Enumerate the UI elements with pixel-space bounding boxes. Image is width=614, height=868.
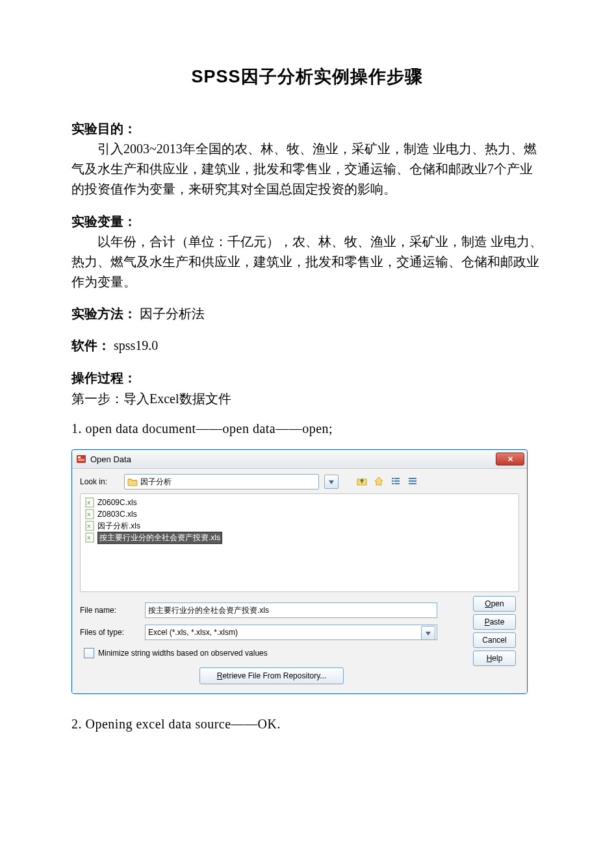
svg-rect-13 [409, 483, 416, 484]
chevron-down-icon [329, 477, 334, 486]
svg-rect-10 [394, 483, 400, 484]
filetype-dropdown[interactable]: Excel (*.xls, *.xlsx, *.xlsm) [145, 625, 437, 640]
list-item-selected[interactable]: X 按主要行业分的全社会资产投资.xls [84, 532, 515, 543]
spss-app-icon [76, 454, 86, 464]
filename-value: 按主要行业分的全社会资产投资.xls [148, 605, 269, 616]
file-name: 因子分析.xls [97, 521, 140, 532]
software-value: spss19.0 [114, 338, 158, 353]
page-title: SPSS因子分析实例操作步骤 [71, 65, 543, 88]
method-value: 因子分析法 [140, 306, 205, 321]
lookin-dropdown[interactable]: 因子分析 [124, 474, 319, 490]
folder-icon [127, 477, 138, 486]
details-icon [390, 476, 401, 488]
svg-rect-9 [392, 483, 394, 484]
list-view-button[interactable] [406, 475, 419, 488]
excel-file-icon: X [84, 509, 95, 519]
lookin-label: Look in: [80, 477, 119, 486]
step1-instruction: 1. open data document——open data——open; [71, 418, 543, 439]
chevron-down-icon [426, 628, 431, 638]
svg-rect-11 [409, 478, 416, 479]
lookin-dropdown-button[interactable] [324, 475, 339, 489]
dialog-titlebar[interactable]: Open Data ✕ [72, 450, 527, 469]
home-icon [374, 476, 384, 488]
retrieve-repository-button[interactable]: Retrieve File From Repository... [199, 667, 344, 684]
paste-button[interactable]: Paste [473, 614, 516, 630]
svg-rect-12 [409, 480, 416, 482]
home-button[interactable] [372, 475, 385, 488]
file-name: Z0803C.xls [97, 510, 137, 519]
step2-instruction: 2. Opening excel data source——OK. [71, 713, 543, 734]
filename-label: File name: [80, 606, 138, 615]
file-name: Z0609C.xls [97, 498, 137, 507]
heading-purpose: 实验目的： [71, 121, 136, 136]
open-button[interactable]: Open [473, 596, 516, 612]
svg-text:X: X [87, 512, 91, 517]
filetype-label: Files of type: [80, 628, 138, 637]
file-list[interactable]: X Z0609C.xls X Z0803C.xls X 因子分析.xls X 按… [80, 493, 519, 592]
filetype-value: Excel (*.xls, *.xlsx, *.xlsm) [148, 628, 238, 637]
up-folder-button[interactable] [355, 475, 368, 488]
cancel-button[interactable]: Cancel [473, 632, 516, 648]
svg-rect-5 [392, 478, 394, 479]
step1-heading: 第一步：导入Excel数据文件 [71, 388, 543, 409]
purpose-text: 引入2003~2013年全国的农、林、牧、渔业，采矿业，制造 业电力、热力、燃气… [71, 139, 543, 199]
variables-text: 以年份，合计（单位：千亿元），农、林、牧、渔业，采矿业，制造 业电力、热力、燃气… [71, 232, 543, 292]
open-data-dialog: Open Data ✕ Look in: 因子分析 [71, 449, 528, 694]
svg-text:X: X [87, 523, 91, 529]
help-button[interactable]: Help [473, 651, 516, 666]
excel-file-icon: X [84, 497, 95, 508]
up-folder-icon [357, 476, 367, 488]
svg-rect-8 [394, 480, 400, 482]
minimize-checkbox[interactable] [84, 648, 94, 658]
close-button[interactable]: ✕ [496, 453, 524, 465]
svg-text:X: X [87, 535, 91, 541]
minimize-label: Minimize string widths based on observed… [98, 649, 268, 658]
svg-rect-3 [78, 460, 84, 461]
repo-btn-rest: etrieve File From Repository... [222, 671, 326, 680]
file-name: 按主要行业分的全社会资产投资.xls [97, 532, 222, 544]
details-view-button[interactable] [389, 475, 402, 488]
heading-procedure: 操作过程： [71, 371, 136, 385]
list-item[interactable]: X 因子分析.xls [84, 520, 515, 532]
svg-rect-6 [394, 478, 400, 479]
heading-method: 实验方法： [71, 306, 136, 321]
list-item[interactable]: X Z0609C.xls [84, 497, 515, 508]
close-icon: ✕ [507, 455, 513, 464]
svg-rect-1 [78, 456, 81, 458]
svg-text:X: X [87, 500, 91, 506]
svg-rect-2 [78, 459, 84, 460]
list-icon [407, 476, 418, 488]
filename-input[interactable]: 按主要行业分的全社会资产投资.xls [145, 602, 437, 618]
excel-file-icon: X [84, 521, 95, 531]
heading-variables: 实验变量： [71, 214, 136, 229]
lookin-value: 因子分析 [140, 477, 172, 488]
list-item[interactable]: X Z0803C.xls [84, 508, 515, 520]
heading-software: 软件： [71, 338, 110, 353]
svg-rect-7 [392, 480, 394, 482]
dialog-title: Open Data [90, 454, 496, 464]
excel-file-icon: X [84, 532, 95, 543]
filetype-dropdown-button[interactable] [421, 626, 435, 640]
